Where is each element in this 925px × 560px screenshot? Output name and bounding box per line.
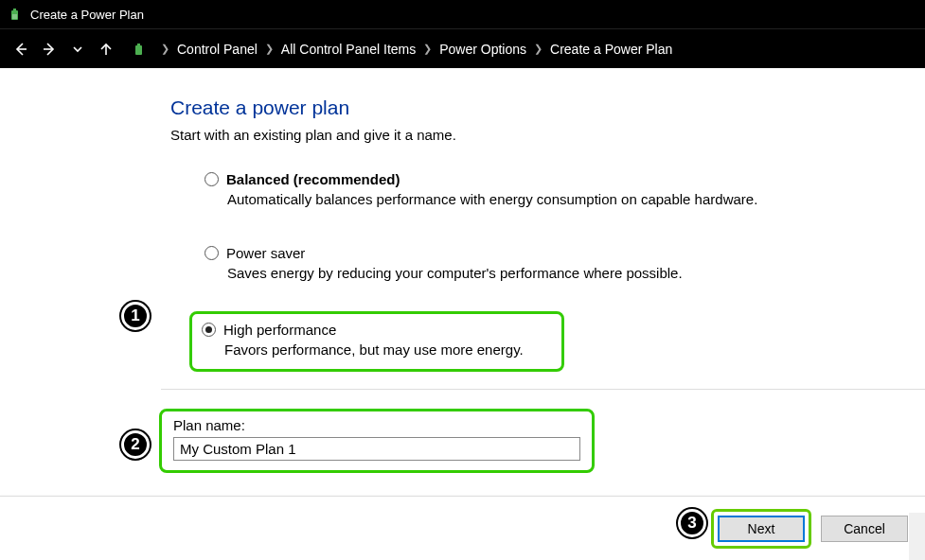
navbar: ❯ Control Panel ❯ All Control Panel Item…: [0, 28, 925, 68]
content-area: Create a power plan Start with an existi…: [0, 68, 925, 473]
radio-power-saver[interactable]: [205, 246, 219, 260]
highlight-high-performance: High performance Favors performance, but…: [189, 311, 564, 372]
step-badge-2: 2: [121, 430, 150, 459]
highlight-next-button: Next: [711, 509, 811, 549]
nav-recent-icon[interactable]: [68, 40, 87, 59]
svg-rect-1: [13, 9, 16, 10]
crumb-control-panel[interactable]: Control Panel: [177, 42, 258, 57]
plan-options-group: Balanced (recommended) Automatically bal…: [170, 164, 887, 372]
crumb-all-items[interactable]: All Control Panel Items: [281, 42, 416, 57]
footer: Next Cancel: [0, 509, 925, 549]
option-balanced-desc: Automatically balances performance with …: [227, 191, 874, 207]
plan-name-label: Plan name:: [173, 417, 580, 433]
option-balanced[interactable]: Balanced (recommended) Automatically bal…: [199, 164, 887, 217]
svg-rect-6: [135, 45, 142, 55]
cancel-button[interactable]: Cancel: [821, 516, 908, 542]
chevron-right-icon: ❯: [265, 43, 274, 55]
titlebar: Create a Power Plan: [0, 0, 925, 28]
option-high-performance[interactable]: High performance Favors performance, but…: [198, 322, 524, 358]
chevron-right-icon: ❯: [534, 43, 543, 55]
window-title: Create a Power Plan: [30, 8, 144, 22]
breadcrumb: ❯ Control Panel ❯ All Control Panel Item…: [161, 42, 672, 57]
crumb-power-options[interactable]: Power Options: [439, 42, 526, 57]
page-subtitle: Start with an existing plan and give it …: [170, 127, 887, 143]
step-badge-3: 3: [678, 509, 706, 537]
radio-high-performance[interactable]: [202, 323, 216, 337]
radio-balanced[interactable]: [205, 172, 219, 186]
chevron-right-icon: ❯: [161, 43, 169, 55]
svg-rect-7: [137, 44, 140, 45]
plan-name-section: Plan name:: [170, 409, 887, 473]
page-title: Create a power plan: [170, 96, 887, 119]
option-power-saver-label: Power saver: [226, 245, 305, 261]
highlight-plan-name: Plan name:: [159, 409, 595, 473]
option-high-performance-label: High performance: [223, 322, 336, 338]
battery-icon: [131, 41, 148, 58]
step-badge-1: 1: [121, 302, 150, 330]
crumb-create-plan[interactable]: Create a Power Plan: [550, 42, 672, 57]
battery-icon: [8, 7, 23, 22]
divider: [161, 389, 925, 390]
footer-divider: [0, 496, 925, 497]
option-balanced-label: Balanced (recommended): [226, 171, 400, 187]
option-power-saver[interactable]: Power saver Saves energy by reducing you…: [199, 237, 887, 290]
nav-back-icon[interactable]: [11, 40, 30, 59]
option-power-saver-desc: Saves energy by reducing your computer's…: [227, 265, 874, 281]
scrollbar[interactable]: [909, 513, 925, 560]
nav-forward-icon[interactable]: [40, 40, 59, 59]
next-button[interactable]: Next: [718, 516, 805, 542]
nav-up-icon[interactable]: [97, 40, 116, 59]
svg-rect-2: [12, 14, 17, 19]
plan-name-input[interactable]: [173, 437, 580, 461]
chevron-right-icon: ❯: [423, 43, 432, 55]
option-high-performance-desc: Favors performance, but may use more ene…: [224, 341, 524, 358]
